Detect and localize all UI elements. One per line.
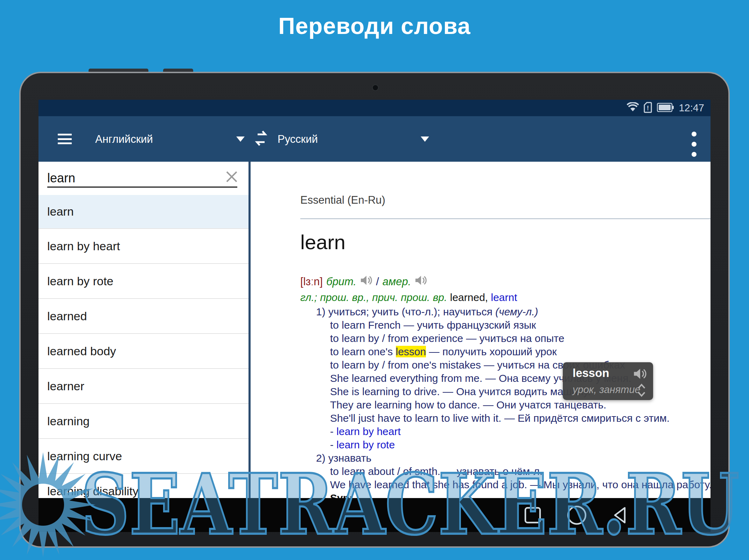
pronunciation-line: [lɜːn] брит. / амер. — [300, 274, 710, 290]
entry-text: - — [330, 439, 336, 450]
headword: learn — [300, 230, 345, 254]
entry-text: — получить хороший урок — [426, 346, 556, 357]
wifi-icon — [627, 102, 639, 114]
entry-text: (чему-л.) — [495, 306, 538, 317]
overflow-menu-icon[interactable] — [687, 132, 701, 157]
list-item[interactable]: learning curve — [38, 439, 248, 474]
clock: 12:47 — [679, 102, 704, 114]
entry-link[interactable]: learn by rote — [336, 439, 395, 450]
clear-search-icon[interactable] — [225, 170, 238, 183]
speaker-icon[interactable] — [360, 274, 372, 289]
entry-text: to learn French — учить французский язык — [330, 319, 536, 331]
tooltip-word: lesson — [573, 366, 609, 380]
speaker-icon[interactable] — [414, 274, 427, 289]
page-title: Переводи слова — [0, 13, 749, 39]
chevron-down-icon[interactable] — [421, 136, 429, 142]
transcription: [lɜːn] — [300, 275, 323, 288]
entry-text: to learn one's — [330, 346, 396, 357]
definition-line: We have learned that she has found a job… — [300, 478, 710, 491]
dictionary-divider — [300, 218, 710, 219]
sidebar: learn learnlearn by heartlearn by rotele… — [38, 162, 249, 498]
pron-uk-label: брит. — [326, 275, 356, 288]
entry-text: They are learning how to dance. — Они уч… — [330, 399, 606, 411]
list-item[interactable]: learned — [38, 299, 248, 334]
definition-line: to learn by / from experience — учиться … — [300, 332, 710, 345]
tablet-camera — [373, 85, 378, 90]
sim-alert-icon: ! — [644, 102, 652, 114]
app-bar: Английский Русский — [38, 116, 710, 162]
tooltip-translation: урок, занятие — [573, 384, 640, 396]
svg-text:!: ! — [647, 105, 649, 112]
grammar-pos: гл.; прош. вр., прич. прош. вр. — [300, 291, 447, 304]
back-icon[interactable] — [599, 498, 641, 532]
translation-tooltip: lesson урок, занятие — [563, 362, 653, 400]
related-link-line: - learn by rote — [300, 438, 710, 451]
home-icon[interactable] — [556, 498, 598, 532]
definition-line: She'll just have to learn to live with i… — [300, 412, 710, 425]
list-item[interactable]: learner — [38, 369, 248, 404]
pron-separator: / — [376, 275, 379, 288]
entry-text: 1) учиться; учить (что-л.); научиться — [316, 306, 495, 317]
source-language-selector[interactable]: Английский — [95, 133, 153, 146]
word-list: learnlearn by heartlearn by rotelearnedl… — [38, 195, 248, 509]
list-item[interactable]: learn by rote — [38, 264, 248, 299]
entry-link[interactable]: learn by heart — [336, 426, 400, 437]
chevron-down-icon[interactable] — [236, 136, 245, 142]
related-link-line: - learn by heart — [300, 425, 710, 438]
list-item[interactable]: learned body — [38, 334, 248, 369]
target-language-selector[interactable]: Русский — [278, 133, 318, 146]
grammar-line: гл.; прош. вр., прич. прош. вр. learned,… — [300, 290, 710, 305]
entry-text: She'll just have to learn to live with i… — [330, 412, 670, 424]
definition-lines: 1) учиться; учить (что-л.); научиться (ч… — [300, 305, 710, 505]
page: { "hero": { "title": "Переводи слова" },… — [0, 0, 749, 560]
definition-line: to learn about / of smth. — узнавать о ч… — [300, 465, 710, 478]
list-item[interactable]: learn by heart — [38, 229, 248, 264]
grammar-forms-text: learned, — [450, 291, 488, 304]
tooltip-scroll-icon[interactable] — [637, 383, 646, 397]
speaker-icon[interactable] — [633, 367, 647, 382]
entry-text: She is learning to drive. — Она учится в… — [330, 386, 590, 397]
recents-icon[interactable] — [512, 498, 554, 532]
swap-languages-icon[interactable] — [252, 130, 270, 149]
entry-text: We have learned that she has found a job… — [330, 479, 710, 490]
list-item[interactable]: learn — [38, 195, 248, 229]
entry-text: to learn by / from experience — учиться … — [330, 332, 564, 344]
list-item[interactable]: learning — [38, 404, 248, 439]
search-input[interactable]: learn — [47, 162, 238, 195]
battery-icon — [657, 103, 674, 113]
menu-icon[interactable] — [58, 134, 72, 144]
definition-line: to learn one's lesson — получить хороший… — [300, 345, 710, 358]
highlighted-word: lesson — [396, 346, 426, 357]
status-bar: ! 12:47 — [38, 100, 710, 116]
dictionary-name: Essential (En-Ru) — [300, 194, 385, 206]
entry-text: 2) узнавать — [316, 452, 371, 464]
pron-us-label: амер. — [383, 275, 411, 288]
tablet-screen: ! 12:47 Английский Русский — [38, 100, 710, 532]
grammar-form-link[interactable] — [488, 291, 491, 304]
entry-text: - — [330, 426, 336, 437]
entry-text: to learn about / of smth. — узнавать о ч… — [330, 465, 542, 477]
entry-pane: Essential (En-Ru) learn [lɜːn] брит. / а… — [251, 162, 710, 498]
android-nav-bar — [38, 498, 710, 532]
grammar-forms — [447, 291, 450, 304]
search-value[interactable]: learn — [47, 171, 75, 186]
definition-line: They are learning how to dance. — Они уч… — [300, 398, 710, 412]
definition-line: 1) учиться; учить (что-л.); научиться (ч… — [300, 305, 710, 318]
definition-line: 2) узнавать — [300, 451, 710, 465]
search-underline — [47, 187, 237, 188]
grammar-form-link-text[interactable]: learnt — [491, 291, 517, 304]
definition-line: to learn French — учить французский язык — [300, 318, 710, 332]
